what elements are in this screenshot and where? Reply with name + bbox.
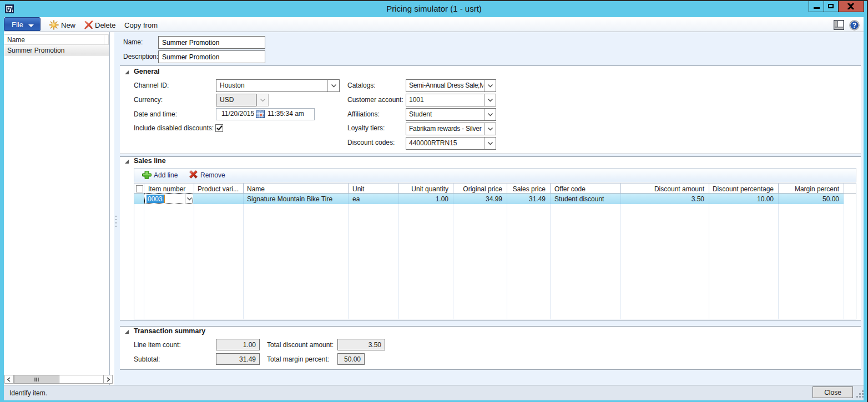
- svg-text:?: ?: [852, 22, 856, 29]
